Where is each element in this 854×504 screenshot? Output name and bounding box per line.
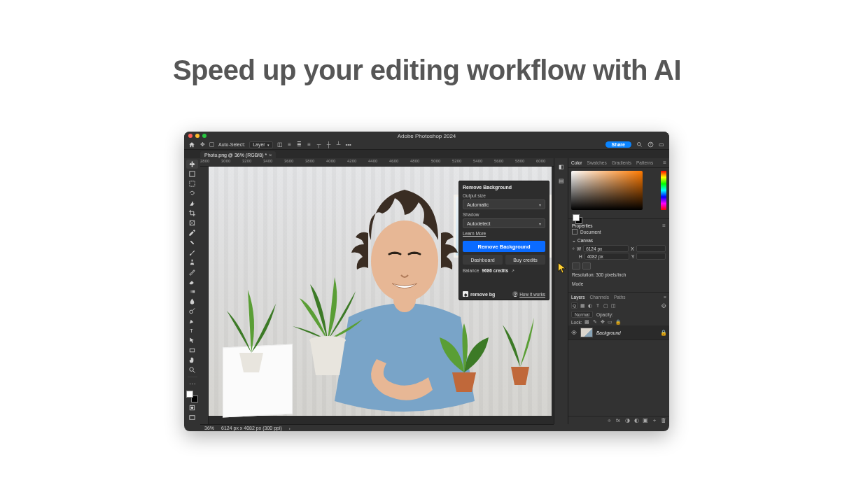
screen-mode-icon[interactable] bbox=[186, 413, 198, 422]
align-v-center-icon[interactable]: ┼ bbox=[326, 142, 332, 148]
filter-shape-icon[interactable]: ▢ bbox=[603, 303, 608, 309]
width-field[interactable]: 6124 px bbox=[583, 245, 629, 252]
layer-mask-icon[interactable]: ◑ bbox=[624, 418, 630, 424]
filter-type-icon[interactable]: T bbox=[595, 303, 601, 309]
buy-credits-button[interactable]: Buy credits bbox=[505, 255, 545, 265]
patterns-tab[interactable]: Patterns bbox=[636, 160, 653, 165]
layer-thumbnail[interactable] bbox=[580, 328, 593, 337]
output-size-dropdown[interactable]: Automatic ▾ bbox=[463, 200, 545, 209]
align-right-icon[interactable]: ≡ bbox=[307, 142, 312, 148]
transform-controls-icon[interactable]: ◫ bbox=[277, 142, 283, 148]
filter-kind-dropdown[interactable]: Q bbox=[571, 302, 578, 309]
panel-menu-icon[interactable]: ≡ bbox=[664, 295, 666, 300]
document-tab[interactable]: Photo.png @ 36% (RGB/8) * × bbox=[200, 151, 276, 158]
remove-background-button[interactable]: Remove Background bbox=[463, 241, 545, 252]
blend-mode-dropdown[interactable]: Normal bbox=[571, 311, 593, 318]
filter-smart-icon[interactable]: ◫ bbox=[610, 303, 616, 309]
swatches-tab[interactable]: Swatches bbox=[587, 160, 607, 165]
layer-style-icon[interactable]: fx bbox=[615, 418, 621, 424]
panel-fgbg-swatch[interactable] bbox=[573, 214, 582, 224]
shadow-dropdown[interactable]: Autodetect ▾ bbox=[463, 218, 545, 228]
align-left-icon[interactable]: ≡ bbox=[287, 142, 293, 148]
share-button[interactable]: Share bbox=[606, 141, 631, 148]
frame-tool[interactable] bbox=[186, 218, 198, 227]
layer-lock-icon[interactable]: 🔒 bbox=[661, 330, 666, 335]
layer-name[interactable]: Background bbox=[596, 330, 621, 335]
align-h-center-icon[interactable]: ≣ bbox=[297, 142, 302, 148]
zoom-readout[interactable]: 36% bbox=[204, 426, 214, 430]
new-layer-icon[interactable]: ＋ bbox=[652, 418, 657, 424]
visibility-toggle-icon[interactable] bbox=[571, 330, 577, 335]
link-layers-icon[interactable]: ⟐ bbox=[606, 418, 612, 424]
artboard-tool[interactable] bbox=[186, 169, 198, 178]
orientation-portrait-button[interactable] bbox=[572, 262, 580, 270]
auto-select-dropdown[interactable]: Layer ▾ bbox=[249, 141, 273, 148]
color-picker-field[interactable] bbox=[571, 171, 643, 210]
pen-tool[interactable] bbox=[186, 316, 198, 326]
edit-toolbar-icon[interactable]: ⋯ bbox=[186, 379, 198, 388]
y-field[interactable] bbox=[636, 253, 666, 260]
lasso-tool[interactable] bbox=[186, 189, 198, 198]
gradient-tool[interactable] bbox=[186, 287, 198, 296]
hand-tool[interactable] bbox=[186, 356, 198, 365]
quick-select-tool[interactable] bbox=[186, 199, 198, 208]
lock-artboard-icon[interactable]: ▭ bbox=[608, 319, 613, 325]
color-tab[interactable]: Color bbox=[571, 160, 582, 165]
adjustment-layer-icon[interactable]: ◐ bbox=[634, 418, 639, 424]
plugins-panel-icon[interactable]: ◧ bbox=[557, 162, 566, 171]
vertical-ruler[interactable] bbox=[200, 167, 209, 424]
more-options-icon[interactable]: ••• bbox=[346, 142, 351, 148]
dashboard-button[interactable]: Dashboard bbox=[463, 255, 503, 265]
crop-tool[interactable] bbox=[186, 209, 198, 218]
panel-menu-icon[interactable]: ≡ bbox=[663, 160, 666, 166]
auto-select-checkbox[interactable] bbox=[209, 142, 214, 147]
group-icon[interactable]: ▣ bbox=[643, 418, 648, 424]
hue-slider[interactable] bbox=[661, 171, 666, 210]
lock-position-icon[interactable]: ✥ bbox=[600, 319, 606, 325]
rectangle-tool[interactable] bbox=[186, 346, 198, 355]
x-field[interactable] bbox=[636, 245, 666, 252]
dodge-tool[interactable] bbox=[186, 307, 198, 316]
gradients-tab[interactable]: Gradients bbox=[612, 160, 631, 165]
libraries-panel-icon[interactable]: ▤ bbox=[557, 176, 566, 185]
blur-tool[interactable] bbox=[186, 297, 198, 306]
status-chevron-icon[interactable]: › bbox=[289, 426, 290, 430]
delete-layer-icon[interactable]: 🗑 bbox=[661, 418, 666, 424]
foreground-background-swatch[interactable] bbox=[186, 391, 198, 402]
brush-tool[interactable] bbox=[186, 248, 198, 257]
home-icon[interactable] bbox=[188, 141, 195, 148]
workspace-icon[interactable]: ▭ bbox=[658, 141, 665, 148]
history-brush-tool[interactable] bbox=[186, 267, 198, 276]
heal-tool[interactable] bbox=[186, 238, 198, 247]
clone-tool[interactable] bbox=[186, 258, 198, 267]
document-canvas[interactable]: Remove Background Output size Automatic … bbox=[209, 167, 554, 424]
eyedropper-tool[interactable] bbox=[186, 228, 198, 237]
marquee-tool[interactable] bbox=[186, 179, 198, 188]
layers-tab[interactable]: Layers bbox=[571, 295, 585, 300]
align-bottom-icon[interactable]: ┴ bbox=[336, 142, 342, 148]
how-it-works-link[interactable]: ? How it works bbox=[512, 291, 545, 297]
zoom-tool[interactable] bbox=[186, 365, 198, 374]
path-select-tool[interactable] bbox=[186, 336, 198, 345]
close-tab-icon[interactable]: × bbox=[269, 153, 272, 158]
lock-pixels-icon[interactable]: ✎ bbox=[592, 319, 598, 325]
link-icon[interactable]: ⟡ bbox=[572, 246, 575, 251]
lock-all-icon[interactable]: 🔒 bbox=[615, 319, 621, 325]
layer-row[interactable]: Background 🔒 bbox=[568, 326, 669, 340]
panel-menu-icon[interactable]: ≡ bbox=[662, 223, 666, 229]
learn-more-link[interactable]: Learn More bbox=[463, 231, 486, 236]
help-icon[interactable]: ? bbox=[647, 141, 654, 148]
align-top-icon[interactable]: ┬ bbox=[316, 142, 322, 148]
eraser-tool[interactable] bbox=[186, 277, 198, 286]
search-icon[interactable] bbox=[636, 141, 643, 148]
move-tool[interactable] bbox=[186, 160, 198, 169]
move-tool-preset-icon[interactable]: ✥ bbox=[200, 142, 205, 148]
type-tool[interactable]: T bbox=[186, 326, 198, 335]
channels-tab[interactable]: Channels bbox=[590, 295, 609, 300]
canvas-section[interactable]: Canvas bbox=[572, 238, 666, 244]
filter-adjust-icon[interactable]: ◐ bbox=[587, 303, 593, 309]
lock-transparent-icon[interactable]: ▩ bbox=[584, 319, 590, 325]
quick-mask-icon[interactable] bbox=[186, 403, 198, 412]
external-link-icon[interactable]: ↗ bbox=[511, 268, 514, 273]
height-field[interactable]: 4082 px bbox=[584, 253, 629, 260]
